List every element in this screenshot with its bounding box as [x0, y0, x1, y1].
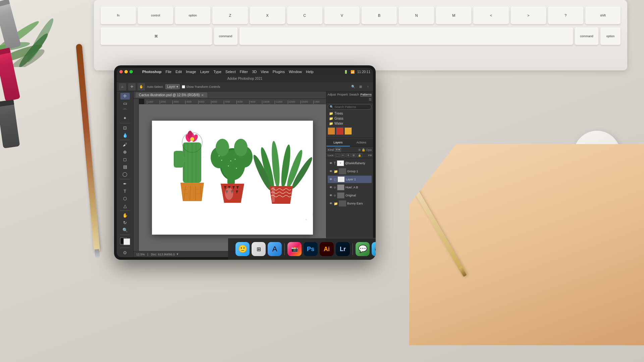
dock-icon-facetime[interactable]: 📹: [372, 242, 376, 256]
menu-file[interactable]: File: [165, 70, 171, 74]
adjust-tab[interactable]: Adjust: [327, 93, 336, 97]
key-command-l[interactable]: ⌘: [101, 27, 212, 45]
key-period[interactable]: >: [511, 7, 546, 24]
key-option[interactable]: option: [175, 7, 210, 24]
move-tool-btn[interactable]: ✛: [128, 83, 136, 90]
menu-window[interactable]: Window: [289, 70, 302, 74]
tool-pen[interactable]: ✒: [120, 180, 130, 187]
dock-icon-ai[interactable]: Ai: [320, 242, 334, 256]
layers-tab[interactable]: Layers: [326, 139, 350, 146]
layers-tool-1[interactable]: ⊕: [358, 148, 361, 152]
workspace-icon[interactable]: ⊞: [358, 84, 364, 90]
search-icon[interactable]: 🔍: [350, 84, 356, 90]
ps-canvas[interactable]: [139, 104, 326, 251]
hand-tool-btn[interactable]: ✋: [138, 83, 145, 90]
layer-visibility-group1[interactable]: 👁: [329, 169, 333, 173]
tool-move[interactable]: ✛: [120, 93, 130, 100]
tool-hand[interactable]: ✋: [120, 212, 130, 219]
panel-menu-icon[interactable]: ☰: [369, 98, 372, 101]
tab-close-icon[interactable]: ✕: [201, 94, 204, 97]
background-color[interactable]: [123, 238, 130, 245]
auto-select-dropdown[interactable]: Layer ▾: [165, 84, 180, 89]
tool-clone[interactable]: ⊕: [120, 149, 130, 156]
home-button[interactable]: ⌂: [119, 83, 126, 90]
dock-icon-finder[interactable]: 🙂: [235, 242, 250, 256]
key-c[interactable]: C: [287, 7, 322, 24]
dock-icon-photos[interactable]: 📸: [287, 242, 302, 256]
properties-tab[interactable]: Properti: [337, 93, 348, 97]
tool-eyedropper[interactable]: 💧: [120, 132, 130, 138]
key-shift-r[interactable]: shift: [585, 7, 621, 24]
tool-brush[interactable]: 🖌: [120, 141, 130, 148]
ps-file-tab[interactable]: Cactus illustration.psd @ 12.5% (RGB/8) …: [136, 93, 207, 98]
keyboard[interactable]: fn control option Z X C V B N M < > ? sh…: [94, 0, 627, 70]
layer-row-layer1[interactable]: 👁 ◻ Layer 1: [328, 176, 372, 183]
key-slash[interactable]: ?: [548, 7, 583, 24]
layer-row-hue[interactable]: 👁 ⊙ Hue/. A B: [328, 184, 372, 191]
traffic-light-fullscreen[interactable]: [129, 70, 133, 73]
lock-pixel[interactable]: ⬚: [335, 154, 340, 157]
menu-image[interactable]: Image: [186, 70, 196, 74]
patterns-search-input[interactable]: [334, 105, 365, 109]
key-m[interactable]: M: [436, 7, 471, 24]
dock-icon-messages[interactable]: 💬: [356, 242, 370, 256]
layers-tool-2[interactable]: 🔒: [362, 148, 365, 152]
layer-visibility-bunny[interactable]: 👁: [329, 201, 333, 205]
key-n[interactable]: N: [399, 7, 434, 24]
fg-bg-color-selector[interactable]: [120, 238, 130, 245]
pattern-folder-grass[interactable]: 📁 Grass: [328, 116, 372, 121]
tool-text[interactable]: T: [120, 188, 130, 194]
key-ctrl[interactable]: control: [138, 7, 173, 24]
lock-artboard[interactable]: ⊞: [352, 154, 356, 157]
key-option-r[interactable]: option: [600, 27, 621, 45]
status-arrow[interactable]: ▼: [176, 253, 179, 256]
layer-visibility-original[interactable]: 👁: [329, 193, 333, 197]
dock-icon-ps[interactable]: Ps: [304, 242, 318, 256]
layer-row-original[interactable]: 👁 ⊙ Original: [328, 192, 372, 199]
key-space[interactable]: [239, 27, 573, 45]
layer-visibility-layer1[interactable]: 👁: [329, 177, 333, 181]
menu-view[interactable]: View: [261, 70, 269, 74]
tool-eraser[interactable]: ◻: [120, 156, 130, 163]
swatches-tab[interactable]: Swatch: [349, 93, 359, 97]
key-v[interactable]: V: [324, 7, 360, 24]
pattern-swatch-red[interactable]: [336, 127, 343, 135]
tool-crop[interactable]: ⊡: [120, 124, 130, 131]
lock-pos[interactable]: ✛: [346, 154, 351, 157]
pattern-folder-trees[interactable]: 📁 Trees: [328, 111, 372, 116]
traffic-light-minimize[interactable]: [124, 70, 128, 73]
menu-plugins[interactable]: Plugins: [273, 70, 285, 74]
tool-shape[interactable]: △: [120, 202, 130, 209]
tool-dodge[interactable]: ◯: [120, 171, 130, 178]
key-b[interactable]: B: [362, 7, 397, 24]
key-z[interactable]: Z: [212, 7, 248, 24]
key-command-label-l[interactable]: command: [214, 27, 237, 45]
actions-tab[interactable]: Actions: [350, 139, 373, 146]
patterns-tab[interactable]: Patterns: [360, 93, 372, 97]
layer-row-bunny[interactable]: 👁 📁 Bunny Ears: [328, 200, 372, 207]
layer-row-group1[interactable]: 👁 📁 Group 1: [328, 168, 372, 175]
menu-type[interactable]: Type: [213, 70, 221, 74]
menu-filter[interactable]: Filter: [240, 70, 248, 74]
tool-select-rect[interactable]: ▭: [120, 100, 130, 107]
menu-photoshop[interactable]: Photoshop: [142, 70, 161, 74]
lock-paint[interactable]: ✏: [341, 154, 345, 157]
traffic-light-close[interactable]: [119, 70, 123, 73]
pattern-swatch-yellow[interactable]: [344, 127, 352, 135]
tool-rotate[interactable]: ↻: [120, 220, 130, 226]
dock-icon-launchpad[interactable]: ⊞: [252, 242, 266, 256]
key-x[interactable]: X: [250, 7, 285, 24]
key-comma[interactable]: <: [473, 7, 508, 24]
kind-dropdown[interactable]: ≡ ▾: [335, 147, 341, 152]
key-command-r[interactable]: command: [575, 27, 598, 45]
tool-gradient[interactable]: ▤: [120, 164, 130, 170]
tool-lasso[interactable]: ⌒: [120, 108, 130, 114]
tool-zoom[interactable]: 🔍: [120, 227, 130, 234]
tool-path[interactable]: ⬡: [120, 195, 130, 202]
menu-layer[interactable]: Layer: [200, 70, 210, 74]
share-icon[interactable]: ↑: [365, 84, 371, 90]
menu-help[interactable]: Help: [306, 70, 314, 74]
pattern-folder-water[interactable]: 📁 Water: [328, 121, 372, 126]
transform-controls-checkbox[interactable]: [182, 85, 185, 88]
menu-3d[interactable]: 3D: [252, 70, 257, 74]
